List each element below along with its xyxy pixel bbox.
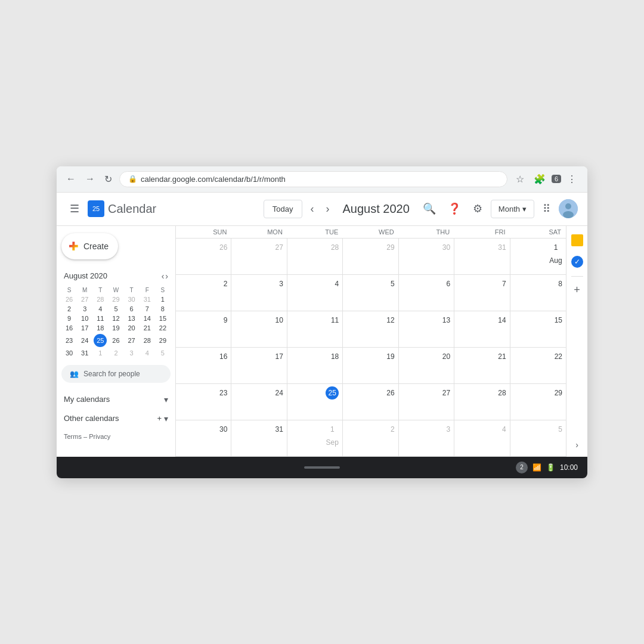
calendar-cell[interactable]: 8 bbox=[510, 275, 566, 311]
view-selector[interactable]: Month ▾ bbox=[491, 200, 534, 218]
mini-cal-day[interactable]: 27 bbox=[77, 295, 92, 304]
mini-cal-day[interactable]: 26 bbox=[108, 333, 123, 348]
calendar-cell[interactable]: 12 bbox=[343, 311, 398, 347]
calendar-cell[interactable]: 20 bbox=[399, 348, 454, 383]
mini-cal-day[interactable]: 26 bbox=[61, 295, 77, 304]
mini-cal-day[interactable]: 1 bbox=[92, 348, 108, 358]
mini-cal-day[interactable]: 16 bbox=[61, 323, 77, 333]
mini-cal-day[interactable]: 2 bbox=[108, 348, 123, 358]
calendar-cell[interactable]: 29 bbox=[343, 239, 398, 274]
bookmark-button[interactable]: ☆ bbox=[512, 171, 528, 187]
forward-button[interactable]: → bbox=[83, 171, 97, 187]
avatar[interactable] bbox=[559, 199, 578, 218]
privacy-link[interactable]: Privacy bbox=[89, 433, 110, 440]
mini-cal-day[interactable]: 28 bbox=[92, 295, 108, 304]
calendar-cell[interactable]: 9 bbox=[176, 311, 231, 347]
mini-cal-day[interactable]: 20 bbox=[124, 323, 140, 333]
calendar-cell[interactable]: 10 bbox=[231, 311, 287, 347]
sticky-notes-button[interactable] bbox=[568, 231, 587, 250]
calendar-cell[interactable]: 30 bbox=[399, 239, 454, 274]
calendar-cell[interactable]: 7 bbox=[454, 275, 510, 311]
calendar-cell[interactable]: 13 bbox=[399, 311, 454, 347]
mini-cal-day[interactable]: 31 bbox=[140, 295, 155, 304]
mini-cal-day[interactable]: 17 bbox=[77, 323, 92, 333]
calendar-cell[interactable]: 31 bbox=[231, 420, 287, 456]
mini-cal-day[interactable]: 12 bbox=[108, 314, 123, 323]
calendar-cell[interactable]: 23 bbox=[176, 384, 231, 420]
mini-cal-day[interactable]: 1 bbox=[155, 295, 171, 304]
mini-cal-day[interactable]: 3 bbox=[124, 348, 140, 358]
address-bar[interactable]: 🔒 calendar.google.com/calendar/b/1/r/mon… bbox=[119, 171, 507, 187]
extensions-button[interactable]: 🧩 bbox=[530, 171, 549, 187]
mini-cal-day[interactable]: 5 bbox=[108, 304, 123, 314]
calendar-cell[interactable]: 24 bbox=[231, 384, 287, 420]
other-calendars-add-icon[interactable]: + bbox=[157, 414, 162, 423]
mini-cal-day[interactable]: 2 bbox=[61, 304, 77, 314]
calendar-cell[interactable]: 4 bbox=[454, 420, 510, 456]
calendar-cell[interactable]: 19 bbox=[343, 348, 398, 383]
mini-cal-day[interactable]: 4 bbox=[92, 304, 108, 314]
search-button[interactable]: 🔍 bbox=[419, 199, 439, 219]
calendar-cell[interactable]: 29 bbox=[510, 384, 566, 420]
prev-month-button[interactable]: ‹ bbox=[307, 199, 318, 219]
mini-cal-day[interactable]: 13 bbox=[124, 314, 140, 323]
mini-cal-day[interactable]: 18 bbox=[92, 323, 108, 333]
calendar-cell[interactable]: 5 bbox=[510, 420, 566, 456]
today-button[interactable]: Today bbox=[264, 200, 302, 218]
calendar-cell[interactable]: 2 bbox=[343, 420, 398, 456]
calendar-cell[interactable]: 11 bbox=[287, 311, 343, 347]
mini-cal-day[interactable]: 6 bbox=[124, 304, 140, 314]
mini-cal-day[interactable]: 25 bbox=[92, 333, 108, 348]
mini-cal-day[interactable]: 22 bbox=[155, 323, 171, 333]
calendar-cell[interactable]: 30 bbox=[176, 420, 231, 456]
mini-cal-day[interactable]: 21 bbox=[140, 323, 155, 333]
mini-cal-day[interactable]: 29 bbox=[155, 333, 171, 348]
mini-cal-day[interactable]: 8 bbox=[155, 304, 171, 314]
calendar-cell[interactable]: 1 Sep bbox=[287, 420, 343, 456]
mini-cal-day[interactable]: 27 bbox=[124, 333, 140, 348]
calendar-cell[interactable]: 3 bbox=[231, 275, 287, 311]
calendar-cell[interactable]: 28 bbox=[287, 239, 343, 274]
mini-cal-day[interactable]: 23 bbox=[61, 333, 77, 348]
right-plus-button[interactable]: + bbox=[571, 281, 583, 299]
calendar-cell[interactable]: 26 bbox=[343, 384, 398, 420]
calendar-cell[interactable]: 17 bbox=[231, 348, 287, 383]
calendar-cell[interactable]: 2 bbox=[176, 275, 231, 311]
mini-cal-day[interactable]: 4 bbox=[140, 348, 155, 358]
calendar-cell[interactable]: 1 Aug bbox=[510, 239, 566, 274]
calendar-cell[interactable]: 5 bbox=[343, 275, 398, 311]
calendar-cell[interactable]: 6 bbox=[399, 275, 454, 311]
help-button[interactable]: ❓ bbox=[444, 199, 465, 219]
mini-cal-day[interactable]: 24 bbox=[77, 333, 92, 348]
calendar-cell[interactable]: 14 bbox=[454, 311, 510, 347]
calendar-cell[interactable]: 16 bbox=[176, 348, 231, 383]
right-chevron-button[interactable]: › bbox=[573, 438, 581, 452]
back-button[interactable]: ← bbox=[64, 171, 78, 187]
calendar-cell[interactable]: 3 bbox=[399, 420, 454, 456]
mini-cal-day[interactable]: 30 bbox=[61, 348, 77, 358]
calendar-cell[interactable]: 4 bbox=[287, 275, 343, 311]
calendar-cell[interactable]: 26 bbox=[176, 239, 231, 274]
terms-link[interactable]: Terms bbox=[64, 433, 82, 440]
mini-cal-day[interactable]: 19 bbox=[108, 323, 123, 333]
calendar-cell[interactable]: 25 bbox=[287, 384, 343, 420]
other-calendars-section[interactable]: Other calendars + ▾ bbox=[61, 409, 171, 428]
mini-cal-day[interactable]: 5 bbox=[155, 348, 171, 358]
mini-cal-day[interactable]: 29 bbox=[108, 295, 123, 304]
calendar-cell[interactable]: 27 bbox=[231, 239, 287, 274]
tasks-button[interactable]: ✓ bbox=[568, 252, 587, 271]
mini-cal-day[interactable]: 31 bbox=[77, 348, 92, 358]
reload-button[interactable]: ↻ bbox=[102, 171, 114, 187]
mini-cal-day[interactable]: 11 bbox=[92, 314, 108, 323]
calendar-cell[interactable]: 21 bbox=[454, 348, 510, 383]
mini-cal-day[interactable]: 7 bbox=[140, 304, 155, 314]
next-month-button[interactable]: › bbox=[323, 199, 333, 219]
calendar-cell[interactable]: 15 bbox=[510, 311, 566, 347]
google-apps-button[interactable]: ⠿ bbox=[539, 199, 554, 219]
mini-cal-day[interactable]: 3 bbox=[77, 304, 92, 314]
calendar-cell[interactable]: 18 bbox=[287, 348, 343, 383]
people-search[interactable]: 👥 Search for people bbox=[61, 365, 171, 383]
mini-prev-month-button[interactable]: ‹ bbox=[162, 271, 165, 281]
mini-cal-day[interactable]: 10 bbox=[77, 314, 92, 323]
mini-cal-day[interactable]: 30 bbox=[124, 295, 140, 304]
